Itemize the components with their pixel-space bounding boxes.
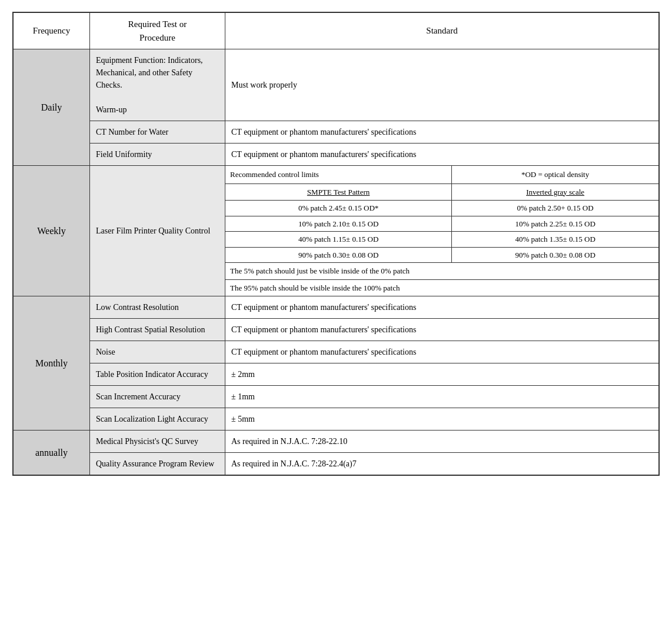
qa-table: Frequency Required Test orProcedure Stan…: [13, 12, 659, 475]
smpte-row-2: 40% patch 1.15± 0.15 OD: [225, 232, 452, 248]
standard-field-uniformity: CT equipment or phantom manufacturers' s…: [225, 144, 659, 166]
table-row: High Contrast Spatial Resolution CT equi…: [14, 319, 659, 341]
note1: The 5% patch should just be visible insi…: [225, 263, 658, 280]
inverted-row-3: 90% patch 0.30± 0.08 OD: [452, 247, 658, 263]
note2: The 95% patch should be visible inside t…: [225, 279, 658, 296]
standard-qa-program: As required in N.J.A.C. 7:28-22.4(a)7: [225, 453, 659, 475]
standard-scan-localization: ± 5mm: [225, 408, 659, 431]
inverted-row-0: 0% patch 2.50+ 0.15 OD: [452, 201, 658, 216]
table-row: Scan Localization Light Accuracy ± 5mm: [14, 408, 659, 431]
test-low-contrast: Low Contrast Resolution: [90, 296, 225, 319]
smpte-row-0: 0% patch 2.45± 0.15 OD*: [225, 201, 452, 216]
smpte-row-3: 90% patch 0.30± 0.08 OD: [225, 247, 452, 263]
header-frequency: Frequency: [14, 13, 90, 49]
standard-ct-number-water: CT equipment or phantom manufacturers' s…: [225, 121, 659, 144]
table-row: Field Uniformity CT equipment or phantom…: [14, 144, 659, 166]
table-row: CT Number for Water CT equipment or phan…: [14, 121, 659, 144]
smpte-row-1: 10% patch 2.10± 0.15 OD: [225, 216, 452, 232]
test-field-uniformity: Field Uniformity: [90, 144, 225, 166]
table-row: Noise CT equipment or phantom manufactur…: [14, 341, 659, 363]
inner-data-row: 0% patch 2.45± 0.15 OD* 0% patch 2.50+ 0…: [225, 201, 658, 216]
inner-header-row: Recommended control limits *OD = optical…: [225, 166, 658, 183]
inner-data-row: 10% patch 2.10± 0.15 OD 10% patch 2.25± …: [225, 216, 658, 232]
table-row: Daily Equipment Function: Indicators, Me…: [14, 49, 659, 121]
od-label: *OD = optical density: [452, 166, 658, 183]
standard-scan-increment: ± 1mm: [225, 386, 659, 408]
main-table-container: Frequency Required Test orProcedure Stan…: [12, 12, 660, 476]
table-row: Scan Increment Accuracy ± 1mm: [14, 386, 659, 408]
header-standard: Standard: [225, 13, 659, 49]
test-laser-film: Laser Film Printer Quality Control: [90, 166, 225, 296]
recommended-label: Recommended control limits: [225, 166, 452, 183]
table-row: Monthly Low Contrast Resolution CT equip…: [14, 296, 659, 319]
test-medical-physicist: Medical Physicist's QC Survey: [90, 431, 225, 453]
table-row: Quality Assurance Program Review As requ…: [14, 453, 659, 475]
freq-weekly: Weekly: [14, 166, 90, 296]
freq-daily: Daily: [14, 49, 90, 166]
inner-data-row: 40% patch 1.15± 0.15 OD 40% patch 1.35± …: [225, 232, 658, 248]
inverted-row-2: 40% patch 1.35± 0.15 OD: [452, 232, 658, 248]
test-scan-increment: Scan Increment Accuracy: [90, 386, 225, 408]
standard-equip-function: Must work properly: [225, 49, 659, 121]
inner-note-row: The 95% patch should be visible inside t…: [225, 279, 658, 296]
test-noise: Noise: [90, 341, 225, 363]
standard-high-contrast: CT equipment or phantom manufacturers' s…: [225, 319, 659, 341]
laser-film-inner-table: Recommended control limits *OD = optical…: [225, 166, 658, 296]
freq-monthly: Monthly: [14, 296, 90, 431]
table-row: Weekly Laser Film Printer Quality Contro…: [14, 166, 659, 296]
inner-note-row: The 5% patch should just be visible insi…: [225, 263, 658, 280]
test-high-contrast: High Contrast Spatial Resolution: [90, 319, 225, 341]
test-ct-number-water: CT Number for Water: [90, 121, 225, 144]
inverted-row-1: 10% patch 2.25± 0.15 OD: [452, 216, 658, 232]
test-equip-function: Equipment Function: Indicators, Mechanic…: [90, 49, 225, 121]
table-row: annually Medical Physicist's QC Survey A…: [14, 431, 659, 453]
inner-subheader-row: SMPTE Test Pattern Inverted gray scale: [225, 183, 658, 201]
standard-low-contrast: CT equipment or phantom manufacturers' s…: [225, 296, 659, 319]
standard-table-position: ± 2mm: [225, 363, 659, 386]
standard-laser-film: Recommended control limits *OD = optical…: [225, 166, 659, 296]
inverted-label: Inverted gray scale: [452, 183, 658, 201]
test-table-position: Table Position Indicator Accuracy: [90, 363, 225, 386]
header-test: Required Test orProcedure: [90, 13, 225, 49]
smpte-label: SMPTE Test Pattern: [225, 183, 452, 201]
inner-data-row: 90% patch 0.30± 0.08 OD 90% patch 0.30± …: [225, 247, 658, 263]
freq-annually: annually: [14, 431, 90, 475]
standard-noise: CT equipment or phantom manufacturers' s…: [225, 341, 659, 363]
table-row: Table Position Indicator Accuracy ± 2mm: [14, 363, 659, 386]
standard-medical-physicist: As required in N.J.A.C. 7:28-22.10: [225, 431, 659, 453]
test-qa-program: Quality Assurance Program Review: [90, 453, 225, 475]
test-scan-localization: Scan Localization Light Accuracy: [90, 408, 225, 431]
